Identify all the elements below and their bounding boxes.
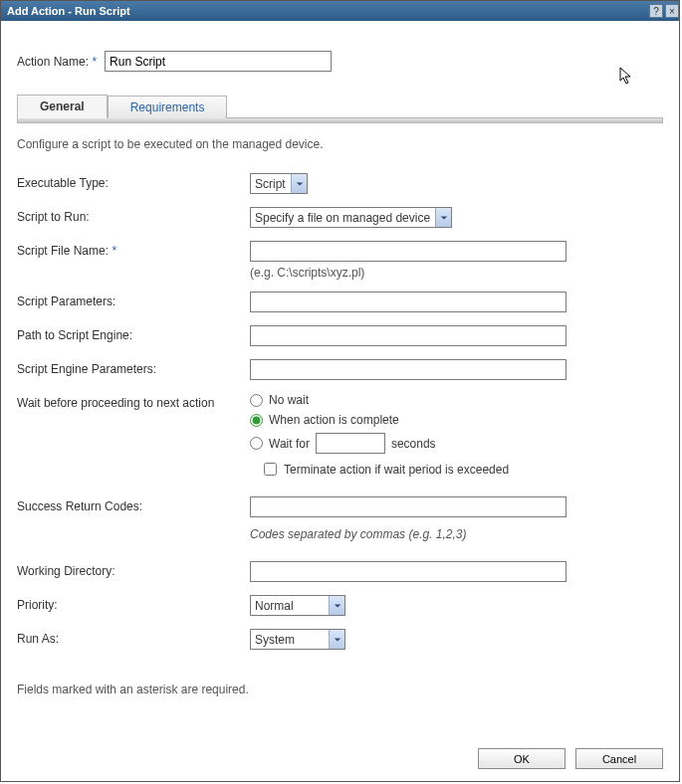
wait-complete-radio[interactable] — [250, 414, 263, 427]
close-button[interactable]: × — [665, 4, 679, 18]
wait-nowait-label: No wait — [269, 393, 309, 407]
chevron-down-icon — [435, 208, 451, 227]
tab-requirements[interactable]: Requirements — [108, 96, 228, 118]
titlebar: Add Action - Run Script ? × — [1, 1, 679, 21]
wait-complete-label: When action is complete — [269, 413, 399, 427]
wait-nowait-radio[interactable] — [250, 394, 263, 407]
working-directory-input[interactable] — [250, 561, 567, 582]
script-file-name-label: Script File Name: * — [17, 241, 250, 258]
terminate-checkbox[interactable] — [264, 463, 277, 476]
wait-for-seconds-input[interactable] — [316, 433, 385, 454]
run-as-label: Run As: — [17, 629, 250, 646]
tab-general[interactable]: General — [17, 95, 108, 118]
chevron-down-icon — [329, 596, 344, 615]
path-to-script-engine-label: Path to Script Engine: — [17, 325, 250, 342]
script-engine-parameters-input[interactable] — [250, 359, 567, 380]
script-to-run-label: Script to Run: — [17, 207, 250, 224]
wait-for-post-label: seconds — [391, 437, 436, 451]
script-file-name-input[interactable] — [250, 241, 567, 262]
executable-type-label: Executable Type: — [17, 173, 250, 190]
required-mark: * — [92, 55, 97, 69]
run-as-select[interactable]: System — [250, 629, 345, 650]
script-parameters-label: Script Parameters: — [17, 292, 250, 308]
wait-label: Wait before proceeding to next action — [17, 393, 250, 410]
wait-for-pre-label: Wait for — [269, 437, 310, 451]
success-return-codes-label: Success Return Codes: — [17, 496, 250, 513]
script-to-run-select[interactable]: Specify a file on managed device — [250, 207, 452, 228]
script-file-name-hint: (e.g. C:\scripts\xyz.pl) — [250, 266, 663, 280]
footnote: Fields marked with an asterisk are requi… — [17, 683, 663, 696]
panel-description: Configure a script to be executed on the… — [17, 137, 663, 151]
path-to-script-engine-input[interactable] — [250, 325, 567, 346]
working-directory-label: Working Directory: — [17, 561, 250, 578]
ok-button[interactable]: OK — [478, 748, 566, 769]
wait-for-radio[interactable] — [250, 437, 263, 450]
priority-select[interactable]: Normal — [250, 595, 345, 616]
script-parameters-input[interactable] — [250, 292, 567, 312]
priority-label: Priority: — [17, 595, 250, 612]
tabs: General Requirements — [17, 94, 663, 117]
executable-type-select[interactable]: Script — [250, 173, 308, 194]
chevron-down-icon — [291, 174, 307, 193]
window-title: Add Action - Run Script — [7, 5, 647, 17]
success-return-codes-hint: Codes separated by commas (e.g. 1,2,3) — [250, 527, 663, 541]
success-return-codes-input[interactable] — [250, 496, 567, 517]
action-name-input[interactable] — [105, 51, 332, 72]
terminate-label: Terminate action if wait period is excee… — [284, 463, 509, 477]
script-engine-parameters-label: Script Engine Parameters: — [17, 359, 250, 376]
chevron-down-icon — [329, 630, 344, 649]
help-button[interactable]: ? — [649, 4, 663, 18]
required-mark: * — [112, 244, 116, 258]
action-name-label: Action Name: * — [17, 55, 97, 69]
cancel-button[interactable]: Cancel — [575, 748, 663, 769]
